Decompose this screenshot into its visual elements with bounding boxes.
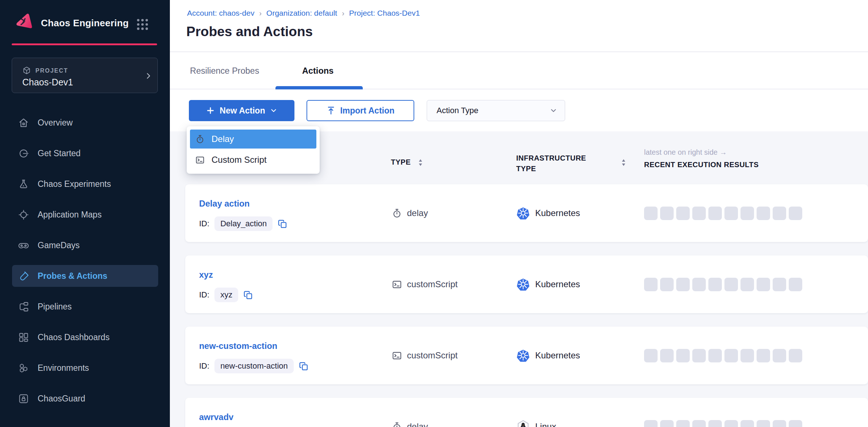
infrastructure-value: Kubernetes — [535, 350, 580, 361]
execution-result-placeholder — [660, 278, 674, 291]
column-header-infrastructure: INFRASTRUCTURE TYPE — [516, 153, 604, 174]
import-action-button[interactable]: Import Action — [307, 100, 414, 121]
sidebar-item-chaos-dashboards[interactable]: Chaos Dashboards — [12, 326, 158, 348]
home-icon — [18, 117, 29, 128]
sidebar-item-chaos-experiments[interactable]: Chaos Experiments — [12, 173, 158, 195]
execution-result-placeholder — [660, 420, 674, 427]
recent-results-cell — [644, 255, 802, 313]
menu-item-custom-script[interactable]: Custom Script — [190, 150, 316, 169]
copy-icon[interactable] — [243, 290, 253, 300]
sort-icon[interactable] — [621, 158, 626, 167]
execution-result-placeholder — [708, 278, 722, 291]
infrastructure-value: Kubernetes — [535, 208, 580, 218]
action-name-link[interactable]: xyz — [199, 270, 213, 280]
execution-result-placeholder — [676, 207, 690, 220]
sidebar-nav: Overview Get Started Chaos Experiments A… — [12, 112, 158, 409]
execution-result-placeholder — [724, 349, 738, 362]
table-row: Delay action ID: Delay_action delay Kube… — [185, 184, 868, 242]
type-cell: delay — [392, 398, 428, 427]
sidebar-item-pipelines[interactable]: Pipelines — [12, 296, 158, 318]
type-value: customScript — [407, 279, 458, 289]
plus-icon — [206, 106, 215, 115]
dash-icon — [18, 332, 29, 343]
execution-result-placeholder — [741, 207, 754, 220]
sort-icon[interactable] — [418, 158, 423, 167]
sidebar: Chaos Engineering PROJECT Chaos-Dev1 Ove… — [0, 0, 170, 427]
terminal-icon — [392, 350, 402, 361]
infrastructure-cell: Kubernetes — [516, 327, 580, 384]
table-row: new-custom-action ID: new-custom-action … — [185, 327, 868, 384]
terminal-icon — [195, 155, 205, 165]
id-value-pill: new-custom-action — [214, 359, 294, 373]
action-name-link[interactable]: Delay action — [199, 199, 250, 209]
type-value: delay — [407, 422, 428, 427]
breadcrumb-separator: › — [254, 9, 266, 18]
stopwatch-icon — [392, 208, 402, 219]
execution-result-placeholder — [660, 207, 674, 220]
brand-accent-divider — [12, 43, 157, 45]
sidebar-item-environments[interactable]: Environments — [12, 357, 158, 379]
project-cube-icon — [22, 66, 31, 75]
action-type-select[interactable]: Action Type — [427, 100, 565, 121]
execution-result-placeholder — [757, 420, 770, 427]
execution-result-placeholder — [660, 349, 674, 362]
sidebar-item-chaosguard[interactable]: ChaosGuard — [12, 388, 158, 409]
execution-result-placeholder — [741, 420, 754, 427]
execution-result-placeholder — [789, 420, 802, 427]
k8s-icon — [516, 206, 530, 220]
action-type-label: Action Type — [437, 106, 479, 115]
app-switcher-grid-icon[interactable] — [135, 17, 150, 32]
column-header-recent-results: RECENT EXECUTION RESULTS — [644, 161, 759, 169]
execution-result-placeholder — [692, 207, 706, 220]
breadcrumb-link[interactable]: Organization: default — [266, 9, 337, 18]
recent-results-note: latest one on right side → — [644, 148, 727, 157]
copy-icon[interactable] — [278, 219, 288, 229]
infrastructure-value: Linux — [535, 422, 556, 427]
action-id: ID: xyz — [199, 288, 253, 302]
breadcrumb: Account: chaos-dev›Organization: default… — [187, 9, 420, 18]
execution-result-placeholder — [644, 278, 658, 291]
type-cell: customScript — [392, 327, 458, 384]
table-row: xyz ID: xyz customScript Kubernetes — [185, 255, 868, 313]
recent-results-cell — [644, 398, 802, 427]
breadcrumb-separator: › — [337, 9, 349, 18]
chevron-down-icon — [549, 107, 557, 115]
execution-result-placeholder — [789, 207, 802, 220]
breadcrumb-link[interactable]: Project: Chaos-Dev1 — [349, 9, 420, 18]
new-action-button[interactable]: New Action — [189, 100, 294, 121]
tab-actions[interactable]: Actions — [302, 66, 334, 76]
execution-result-placeholder — [676, 349, 690, 362]
table-row: awrvadv delay Linux — [185, 398, 868, 427]
id-label: ID: — [199, 219, 209, 228]
id-label: ID: — [199, 290, 209, 300]
sidebar-item-get-started[interactable]: Get Started — [12, 142, 158, 164]
action-name-link[interactable]: new-custom-action — [199, 341, 277, 351]
upload-icon — [326, 106, 336, 115]
execution-result-placeholder — [773, 420, 786, 427]
id-value-pill: xyz — [214, 288, 238, 302]
execution-result-placeholder — [676, 420, 690, 427]
sidebar-item-gamedays[interactable]: GameDays — [12, 234, 158, 256]
type-value: delay — [407, 208, 428, 218]
app-title: Chaos Engineering — [41, 18, 129, 29]
action-name-link[interactable]: awrvadv — [199, 412, 233, 422]
execution-result-placeholder — [773, 349, 786, 362]
app-window: Chaos Engineering PROJECT Chaos-Dev1 Ove… — [0, 0, 868, 427]
copy-icon[interactable] — [299, 361, 309, 371]
page-title: Probes and Actions — [186, 24, 313, 39]
sidebar-item-application-maps[interactable]: Application Maps — [12, 204, 158, 226]
execution-result-placeholder — [757, 349, 770, 362]
sidebar-item-probes-actions[interactable]: Probes & Actions — [12, 265, 158, 287]
sidebar-item-overview[interactable]: Overview — [12, 112, 158, 134]
execution-result-placeholder — [741, 278, 754, 291]
project-selector[interactable]: PROJECT Chaos-Dev1 — [12, 58, 158, 93]
menu-item-delay[interactable]: Delay — [190, 130, 316, 149]
stopwatch-icon — [195, 134, 205, 144]
column-header-type: TYPE — [391, 158, 411, 166]
actions-table: TYPE INFRASTRUCTURE TYPE latest one on r… — [170, 131, 868, 427]
active-tab-underline — [275, 86, 363, 89]
execution-result-placeholder — [773, 278, 786, 291]
breadcrumb-link[interactable]: Account: chaos-dev — [187, 9, 254, 18]
type-cell: customScript — [392, 255, 458, 313]
tab-resilience-probes[interactable]: Resilience Probes — [190, 66, 259, 76]
